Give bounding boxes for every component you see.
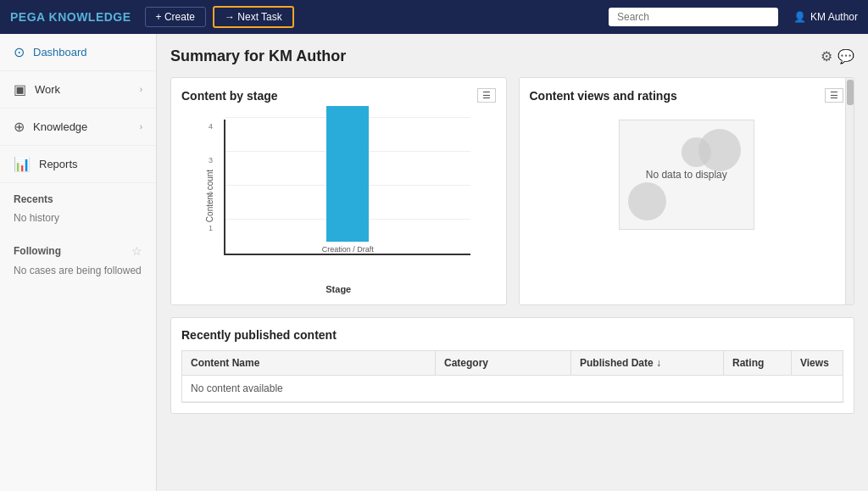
col-header-published-date[interactable]: Published Date ↓: [571, 351, 724, 375]
card-menu-button[interactable]: ☰: [825, 88, 843, 103]
brand-logo: PEGA KNOWLEDGE: [10, 10, 131, 24]
sidebar-item-label: Knowledge: [33, 120, 87, 133]
content-views-card: Content views and ratings ☰ No data to d…: [519, 77, 855, 305]
sidebar-item-label: Work: [35, 83, 60, 96]
knowledge-icon: ⊕: [14, 119, 25, 135]
following-section: Following ☆: [0, 234, 156, 261]
col-header-views: Views: [792, 351, 843, 375]
col-header-content-name: Content Name: [182, 351, 436, 375]
scrollbar-thumb[interactable]: [847, 80, 854, 105]
scrollbar[interactable]: [845, 78, 854, 304]
create-button[interactable]: + Create: [145, 7, 206, 27]
reports-icon: 📊: [14, 156, 31, 172]
table-header: Content Name Category Published Date ↓ R…: [181, 350, 843, 375]
no-history-label: No history: [0, 209, 156, 234]
bar-creation-draft: [326, 106, 369, 242]
user-label: KM Author: [810, 11, 858, 23]
empty-cell: [436, 376, 571, 401]
sidebar-item-reports[interactable]: 📊 Reports: [0, 146, 156, 183]
table-row-empty: No content available: [182, 376, 843, 402]
card-header: Content views and ratings ☰: [530, 88, 844, 103]
search-input[interactable]: [609, 8, 778, 26]
user-menu[interactable]: 👤 KM Author: [793, 11, 858, 23]
sidebar-item-work[interactable]: ▣ Work ›: [0, 71, 156, 109]
empty-cell: [792, 376, 843, 401]
table-body: No content available: [181, 375, 843, 403]
next-task-button[interactable]: → Next Task: [213, 6, 294, 28]
work-icon: ▣: [14, 81, 26, 98]
card-header: Content by stage ☰: [181, 88, 496, 103]
sidebar: ⊙ Dashboard ▣ Work › ⊕ Knowledge › 📊 Rep…: [0, 34, 157, 491]
page-actions: ⚙ 💬: [821, 48, 854, 64]
recents-section-label: Recents: [0, 183, 156, 209]
no-content-label: No content available: [182, 376, 436, 401]
next-task-label: → Next Task: [225, 11, 282, 23]
settings-button[interactable]: ⚙: [821, 48, 832, 64]
empty-cell: [571, 376, 724, 401]
recently-published-title: Recently published content: [181, 328, 843, 342]
x-axis-title: Stage: [181, 284, 496, 294]
user-icon: 👤: [793, 11, 806, 23]
page-header: Summary for KM Author ⚙ 💬: [170, 47, 854, 65]
bubble-bottom: [628, 182, 666, 220]
dashboard-icon: ⊙: [14, 44, 25, 60]
col-header-rating: Rating: [724, 351, 792, 375]
following-sub-label: No cases are being followed: [0, 261, 156, 287]
bar-chart: Content count 1 2 3 4 Creation / Draft: [181, 111, 496, 281]
card-title: Content by stage: [181, 89, 278, 103]
cards-row: Content by stage ☰ Content count 1 2 3 4: [170, 77, 854, 305]
top-nav: PEGA KNOWLEDGE + Create → Next Task 👤 KM…: [0, 0, 868, 34]
chart-area: 1 2 3 4 Creation / Draft: [224, 120, 470, 255]
empty-cell: [724, 376, 792, 401]
bar-label: Creation / Draft: [322, 245, 374, 254]
sidebar-item-label: Dashboard: [33, 46, 87, 59]
chat-button[interactable]: 💬: [837, 48, 854, 64]
card-menu-button[interactable]: ☰: [477, 88, 496, 103]
following-label: Following: [14, 245, 61, 257]
col-header-category: Category: [436, 351, 571, 375]
content-by-stage-card: Content by stage ☰ Content count 1 2 3 4: [170, 77, 507, 305]
no-data-box: No data to display: [619, 120, 754, 230]
sidebar-item-dashboard[interactable]: ⊙ Dashboard: [0, 34, 156, 71]
layout: ⊙ Dashboard ▣ Work › ⊕ Knowledge › 📊 Rep…: [0, 34, 868, 491]
main-content: Summary for KM Author ⚙ 💬 Content by sta…: [157, 34, 868, 491]
chevron-right-icon: ›: [140, 122, 142, 131]
chevron-right-icon: ›: [140, 85, 142, 94]
card-title: Content views and ratings: [530, 89, 677, 103]
create-label: + Create: [156, 11, 195, 23]
sidebar-item-knowledge[interactable]: ⊕ Knowledge ›: [0, 109, 156, 146]
bubble-medium: [682, 137, 711, 167]
sidebar-item-label: Reports: [39, 158, 78, 170]
bar-group: Creation / Draft: [322, 106, 374, 254]
star-icon[interactable]: ☆: [131, 244, 142, 258]
page-title: Summary for KM Author: [170, 47, 346, 65]
recently-published-card: Recently published content Content Name …: [170, 317, 854, 414]
